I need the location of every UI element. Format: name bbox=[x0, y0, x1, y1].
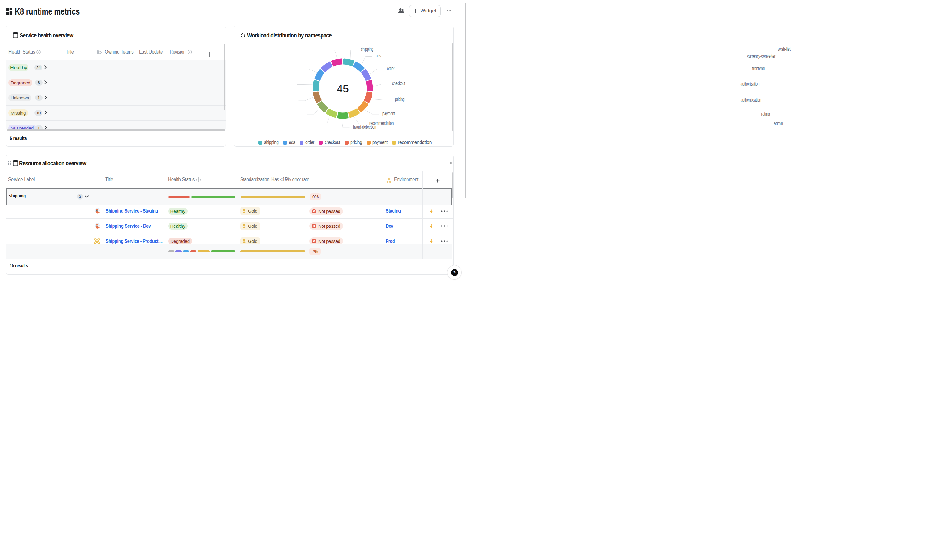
svg-text:45: 45 bbox=[337, 83, 349, 94]
